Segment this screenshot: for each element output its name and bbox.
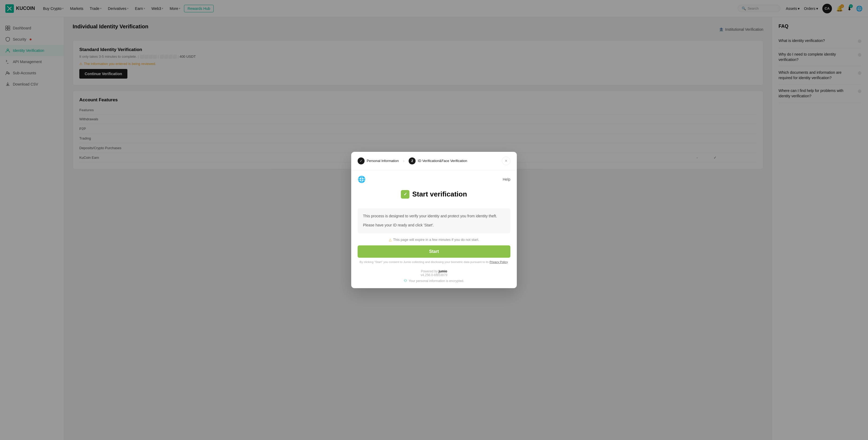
expire-warning: △ This page will expire in a few minutes… (358, 238, 510, 242)
encrypted-notice: 🛡 Your personal information is encrypted… (358, 279, 510, 283)
modal-title: ✓ Start verification (358, 190, 510, 199)
modal-center: ✓ Start verification (358, 187, 510, 204)
info-box: This process is designed to verify your … (358, 208, 510, 233)
start-button[interactable]: Start (358, 245, 510, 258)
step-1: ✓ Personal Information (358, 157, 399, 165)
modal-body: 🌐 Help ✓ Start verification This process… (351, 170, 517, 288)
modal-close-button[interactable]: × (502, 157, 510, 165)
warning-triangle-icon: △ (389, 238, 392, 242)
privacy-policy-link[interactable]: Privacy Policy (490, 260, 508, 264)
help-link[interactable]: Help (503, 177, 510, 181)
globe-icon: 🌐 (358, 176, 366, 183)
encrypted-shield-icon: 🛡 (404, 279, 407, 283)
modal-toolbar: 🌐 Help (358, 176, 510, 183)
modal-overlay[interactable]: ✓ Personal Information › 2 ID Verificati… (0, 0, 868, 440)
step1-check-icon: ✓ (358, 157, 365, 165)
step-2: 2 ID Verification&Face Verification (409, 157, 467, 165)
verification-modal: ✓ Personal Information › 2 ID Verificati… (351, 152, 517, 288)
modal-header: ✓ Personal Information › 2 ID Verificati… (351, 152, 517, 170)
powered-by: Powered by jumio v4.256.0-6f853879 (358, 269, 510, 277)
consent-text: By clicking "Start" you consent to Jumio… (358, 260, 510, 264)
step-arrow-icon: › (403, 158, 404, 163)
shield-check-icon: ✓ (401, 190, 409, 199)
step2-number: 2 (409, 157, 415, 165)
